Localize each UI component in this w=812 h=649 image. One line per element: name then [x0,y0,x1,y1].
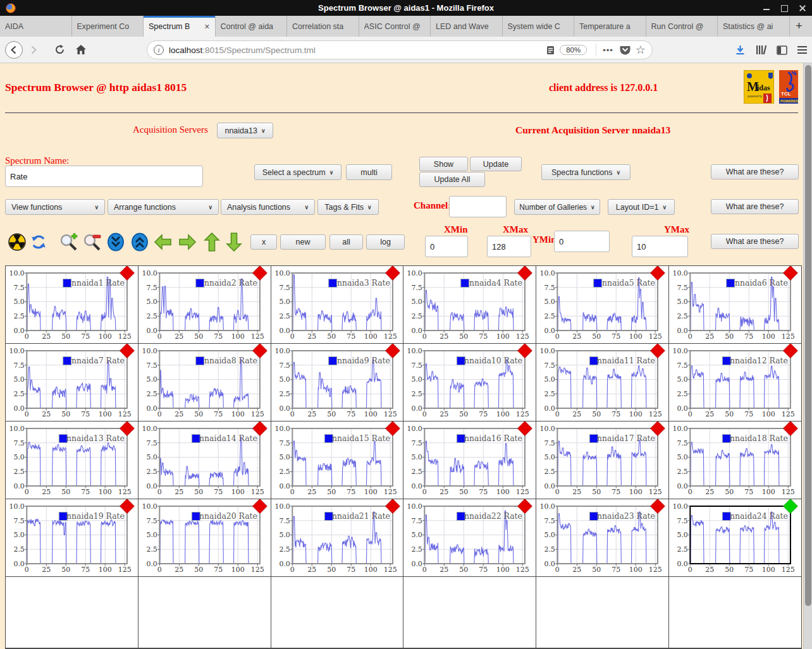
svg-text:7.5: 7.5 [13,439,24,447]
pocket-icon[interactable] [620,45,631,55]
arrow-right-icon[interactable] [178,234,197,253]
update-all-button[interactable]: Update All [419,172,485,187]
tab-temperature-a[interactable]: Temperature a [574,16,646,37]
svg-text:75: 75 [347,410,355,418]
forward-button[interactable] [25,42,42,58]
tab-correlation-sta[interactable]: Correlation sta [287,16,359,37]
number-of-galleries-dropdown[interactable]: Number of Galleries∨ [514,199,600,215]
spectrum-chart-6[interactable]: 02550751001250.02.55.07.510.0nnaida6 Rat… [669,266,801,343]
spectrum-chart-18[interactable]: 02550751001250.02.55.07.510.0nnaida18 Ra… [669,422,801,499]
tab-run-control[interactable]: Run Control @ [646,16,718,37]
legend-label: nnaida16 Rate [465,434,523,443]
radiation-icon[interactable] [8,233,27,254]
scroll-up-icon[interactable] [131,233,149,254]
spectrum-chart-12[interactable]: 02550751001250.02.55.07.510.0nnaida12 Ra… [669,344,801,421]
all-button[interactable]: all [329,234,363,250]
spectrum-chart-3[interactable]: 02550751001250.02.55.07.510.0nnaida3 Rat… [271,266,403,343]
back-button[interactable] [5,41,23,59]
new-tab-button[interactable]: + [790,16,809,37]
spectrum-chart-23[interactable]: 02550751001250.02.55.07.510.0nnaida23 Ra… [536,499,668,576]
spectrum-chart-14[interactable]: 02550751001250.02.55.07.510.0nnaida14 Ra… [138,422,271,499]
spectrum-chart-1[interactable]: 02550751001250.02.55.07.510.0nnaida1 Rat… [6,266,138,343]
page-scrollbar-thumb[interactable] [805,65,811,606]
spectrum-chart-4[interactable]: 02550751001250.02.55.07.510.0nnaida4 Rat… [403,266,536,343]
scroll-down-icon[interactable] [107,233,125,254]
spectrum-name-input[interactable] [5,166,203,187]
spectrum-chart-7[interactable]: 02550751001250.02.55.07.510.0nnaida7 Rat… [6,344,138,421]
zoom-in-icon[interactable] [59,233,79,255]
analysis-functions-dropdown[interactable]: Analysis functions∨ [221,199,315,215]
tab-statistics-ai[interactable]: Statistics @ ai [718,16,790,37]
xmin-input[interactable] [425,236,468,257]
what-are-these-button-1[interactable]: What are these? [711,164,799,179]
spectrum-chart-10[interactable]: 02550751001250.02.55.07.510.0nnaida10 Ra… [403,344,536,421]
svg-text:75: 75 [479,410,488,418]
sidebar-toggle-icon[interactable] [777,45,787,55]
bookmark-star-icon[interactable]: ☆ [636,43,646,57]
svg-text:7.5: 7.5 [279,361,290,370]
arrow-up-icon[interactable] [204,232,220,255]
spectrum-chart-5[interactable]: 02550751001250.02.55.07.510.0nnaida5 Rat… [536,266,668,343]
spectrum-chart-9[interactable]: 02550751001250.02.55.07.510.0nnaida9 Rat… [271,344,403,421]
tab-spectrum-b[interactable]: Spectrum B× [144,16,216,37]
tab-control-aida[interactable]: Control @ aida [216,16,288,37]
menu-hamburger-icon[interactable] [797,46,807,54]
page-actions-icon[interactable]: ••• [603,45,613,55]
log-button[interactable]: log [366,234,405,250]
download-icon[interactable] [735,45,746,56]
new-button[interactable]: new [280,234,326,250]
reload-button[interactable] [51,41,68,59]
ymax-input[interactable] [632,236,688,257]
tab-asic-control[interactable]: ASIC Control @ [359,16,431,37]
site-info-icon[interactable]: i [154,45,164,55]
spectra-functions-dropdown[interactable]: Spectra functions∨ [541,164,631,180]
spectrum-chart-21[interactable]: 02550751001250.02.55.07.510.0nnaida21 Ra… [271,499,403,576]
window-maximize-button[interactable] [781,4,788,11]
ymin-input[interactable] [554,231,610,252]
spectrum-chart-8[interactable]: 02550751001250.02.55.07.510.0nnaida8 Rat… [138,344,271,421]
channel-input[interactable] [449,196,507,217]
arrow-left-icon[interactable] [154,234,173,253]
multi-button[interactable]: multi [346,164,392,180]
tags-fits-dropdown[interactable]: Tags & Fits∨ [317,199,379,215]
spectrum-chart-16[interactable]: 02550751001250.02.55.07.510.0nnaida16 Ra… [403,422,536,499]
spectrum-chart-19[interactable]: 02550751001250.02.55.07.510.0nnaida19 Ra… [6,499,138,576]
tab-led-and-wave[interactable]: LED and Wave [431,16,503,37]
spectrum-chart-24[interactable]: 02550751001250.02.55.07.510.0nnaida24 Ra… [669,499,801,576]
xmax-input[interactable] [487,236,531,257]
reader-mode-icon[interactable] [546,45,555,55]
acquisition-server-select[interactable]: nnaida13∨ [217,123,273,138]
spectrum-chart-20[interactable]: 02550751001250.02.55.07.510.0nnaida20 Ra… [138,499,271,576]
spectrum-chart-2[interactable]: 02550751001250.02.55.07.510.0nnaida2 Rat… [138,266,271,343]
window-close-button[interactable] [799,4,806,11]
spectrum-chart-22[interactable]: 02550751001250.02.55.07.510.0nnaida22 Ra… [403,499,536,576]
tab-aida[interactable]: AIDA [0,16,72,37]
tab-system-wide-c[interactable]: System wide C [503,16,575,37]
what-are-these-button-2[interactable]: What are these? [711,199,799,214]
window-minimize-button[interactable] [763,4,770,11]
url-bar[interactable]: i localhost:8015/Spectrum/Spectrum.tml 8… [147,40,653,59]
spectrum-chart-17[interactable]: 02550751001250.02.55.07.510.0nnaida17 Ra… [536,422,668,499]
view-functions-dropdown[interactable]: View functions∨ [5,199,105,215]
zoom-out-icon[interactable] [82,233,102,255]
show-button[interactable]: Show [419,157,468,171]
spectrum-chart-11[interactable]: 02550751001250.02.55.07.510.0nnaida11 Ra… [536,344,668,421]
svg-text:7.5: 7.5 [279,284,290,292]
spectrum-chart-13[interactable]: 02550751001250.02.55.07.510.0nnaida13 Ra… [6,422,138,499]
select-spectrum-dropdown[interactable]: Select a spectrum∨ [254,164,341,180]
layout-id-dropdown[interactable]: Layout ID=1∨ [608,199,675,215]
x-button[interactable]: x [250,234,277,250]
arrange-functions-dropdown[interactable]: Arrange functions∨ [108,199,219,215]
zoom-level-badge[interactable]: 80% [560,45,587,55]
refresh-icon[interactable] [30,233,47,253]
tab-experiment-co[interactable]: Experiment Co [72,16,144,37]
home-button[interactable] [72,41,90,59]
update-button[interactable]: Update [470,157,522,171]
what-are-these-button-3[interactable]: What are these? [711,234,799,249]
library-icon[interactable] [756,45,766,55]
svg-text:75: 75 [479,332,488,341]
tab-close-icon[interactable]: × [204,22,209,31]
page-scrollbar[interactable] [803,63,812,649]
arrow-down-icon[interactable] [226,232,242,255]
spectrum-chart-15[interactable]: 02550751001250.02.55.07.510.0nnaida15 Ra… [271,422,403,499]
